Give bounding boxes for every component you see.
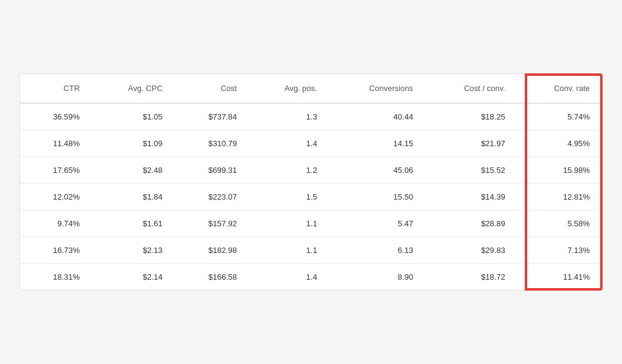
cell-avg_cpc: $2.13 (92, 237, 174, 264)
cell-avg_pos: 1.4 (249, 130, 329, 157)
data-table-wrapper: CTR Avg. CPC Cost Avg. pos. Conversions … (19, 73, 603, 291)
cell-conversions: 8.90 (329, 264, 425, 291)
cell-avg_pos: 1.1 (249, 211, 329, 237)
cell-conv_rate: 11.41% (518, 264, 602, 291)
cell-cost_conv: $29.83 (425, 237, 518, 264)
cell-conv_rate: 5.74% (518, 103, 602, 130)
cell-ctr: 36.59% (20, 103, 92, 130)
metrics-table: CTR Avg. CPC Cost Avg. pos. Conversions … (20, 74, 602, 290)
cell-cost: $157.92 (175, 211, 249, 237)
cell-cost_conv: $18.25 (425, 103, 518, 130)
cell-avg_cpc: $2.48 (92, 157, 174, 184)
header-conv-rate: Conv. rate (518, 74, 602, 103)
cell-avg_cpc: $1.09 (92, 130, 174, 157)
cell-ctr: 17.65% (20, 157, 92, 184)
table-row: 16.73%$2.13$182.981.16.13$29.837.13% (20, 237, 602, 264)
table-header-row: CTR Avg. CPC Cost Avg. pos. Conversions … (20, 74, 602, 103)
cell-avg_pos: 1.2 (249, 157, 329, 184)
table-row: 17.65%$2.48$699.311.245.06$15.5215.98% (20, 157, 602, 184)
header-avg-cpc: Avg. CPC (92, 74, 174, 103)
cell-conversions: 5.47 (329, 211, 425, 237)
table-row: 36.59%$1.05$737.841.340.44$18.255.74% (20, 103, 602, 130)
cell-cost_conv: $21.97 (425, 130, 518, 157)
cell-ctr: 11.48% (20, 130, 92, 157)
cell-avg_pos: 1.4 (249, 264, 329, 291)
cell-ctr: 12.02% (20, 184, 92, 211)
cell-avg_cpc: $1.05 (92, 103, 174, 130)
table-body: 36.59%$1.05$737.841.340.44$18.255.74%11.… (20, 103, 602, 290)
cell-cost: $182.98 (175, 237, 249, 264)
cell-cost: $166.58 (175, 264, 249, 291)
cell-avg_pos: 1.5 (249, 184, 329, 211)
cell-cost_conv: $18.72 (425, 264, 518, 291)
cell-conv_rate: 5.58% (518, 211, 602, 237)
cell-conv_rate: 15.98% (518, 157, 602, 184)
cell-conv_rate: 7.13% (518, 237, 602, 264)
cell-cost_conv: $15.52 (425, 157, 518, 184)
cell-ctr: 18.31% (20, 264, 92, 291)
header-avg-pos: Avg. pos. (249, 74, 329, 103)
cell-cost: $223.07 (175, 184, 249, 211)
cell-cost: $699.31 (175, 157, 249, 184)
cell-conv_rate: 4.95% (518, 130, 602, 157)
cell-cost: $310.79 (175, 130, 249, 157)
cell-conversions: 40.44 (329, 103, 425, 130)
cell-avg_pos: 1.3 (249, 103, 329, 130)
header-cost-conv: Cost / conv. (425, 74, 518, 103)
cell-conversions: 15.50 (329, 184, 425, 211)
table-row: 9.74%$1.61$157.921.15.47$28.895.58% (20, 211, 602, 237)
table-row: 11.48%$1.09$310.791.414.15$21.974.95% (20, 130, 602, 157)
cell-avg_cpc: $1.61 (92, 211, 174, 237)
cell-conv_rate: 12.81% (518, 184, 602, 211)
cell-cost_conv: $28.89 (425, 211, 518, 237)
cell-conversions: 45.06 (329, 157, 425, 184)
cell-avg_cpc: $1.84 (92, 184, 174, 211)
cell-avg_pos: 1.1 (249, 237, 329, 264)
cell-cost_conv: $14.39 (425, 184, 518, 211)
cell-cost: $737.84 (175, 103, 249, 130)
header-ctr: CTR (20, 74, 92, 103)
header-conversions: Conversions (329, 74, 425, 103)
data-table-container: CTR Avg. CPC Cost Avg. pos. Conversions … (19, 73, 603, 291)
cell-conversions: 6.13 (329, 237, 425, 264)
cell-ctr: 16.73% (20, 237, 92, 264)
cell-avg_cpc: $2.14 (92, 264, 174, 291)
table-row: 18.31%$2.14$166.581.48.90$18.7211.41% (20, 264, 602, 291)
table-row: 12.02%$1.84$223.071.515.50$14.3912.81% (20, 184, 602, 211)
cell-conversions: 14.15 (329, 130, 425, 157)
header-cost: Cost (175, 74, 249, 103)
cell-ctr: 9.74% (20, 211, 92, 237)
